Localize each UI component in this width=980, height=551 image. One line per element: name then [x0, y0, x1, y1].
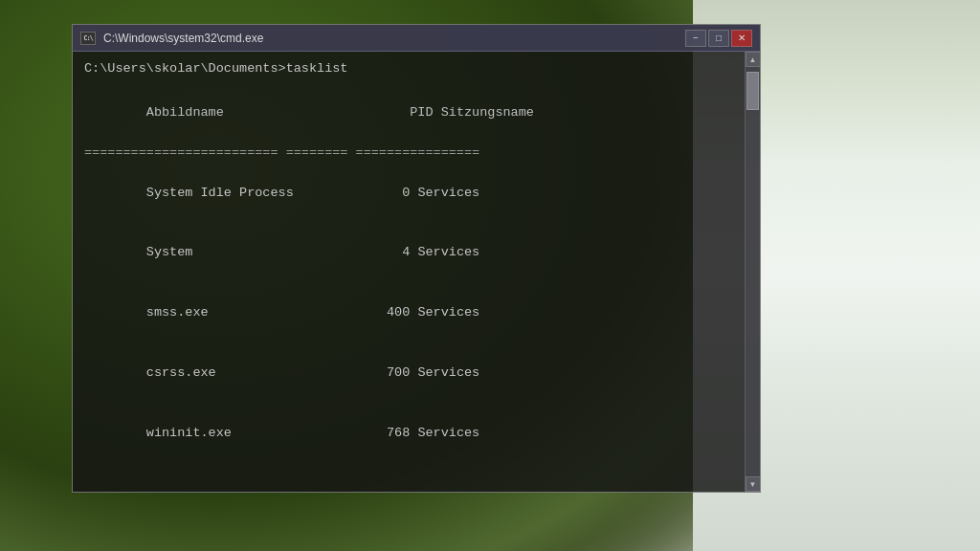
- cmd-body: C:\Users\skolar\Documents>tasklist Abbil…: [73, 52, 760, 492]
- table-row: csrss.exe 700 Services: [84, 343, 733, 404]
- cmd-scrollbar: ▲ ▼: [745, 52, 760, 492]
- scrollbar-thumb[interactable]: [746, 72, 759, 110]
- cmd-prompt-line: C:\Users\skolar\Documents>tasklist: [84, 59, 733, 79]
- table-row: wininit.exe 768 Services: [84, 404, 733, 464]
- header-spacer2: [434, 105, 441, 120]
- titlebar-buttons: − □ ✕: [685, 30, 752, 47]
- minimize-button[interactable]: −: [685, 30, 706, 47]
- row3-pid: 400: [340, 305, 417, 320]
- maximize-button[interactable]: □: [708, 30, 729, 47]
- cmd-title: C:\Windows\system32\cmd.exe: [103, 32, 685, 45]
- header-spacer: [224, 105, 410, 120]
- cmd-window: C:\ C:\Windows\system32\cmd.exe − □ ✕ C:…: [72, 24, 761, 493]
- scrollbar-down-button[interactable]: ▼: [746, 476, 761, 492]
- close-button[interactable]: ✕: [731, 30, 752, 47]
- row1-session: Services: [417, 186, 479, 200]
- cmd-titlebar: C:\ C:\Windows\system32\cmd.exe − □ ✕: [73, 25, 760, 52]
- cmd-separator: ========================= ======== =====…: [84, 143, 733, 164]
- row2-pid: 4: [340, 245, 417, 259]
- row3-name: smss.exe: [146, 305, 341, 320]
- row5-session: Services: [417, 426, 479, 440]
- table-row: smss.exe 400 Services: [84, 283, 733, 343]
- row1-name: System Idle Process: [146, 186, 341, 200]
- cmd-window-icon: C:\: [80, 32, 96, 45]
- row4-session: Services: [417, 365, 479, 380]
- row1-pid: 0: [340, 186, 417, 200]
- header-col1: Abbildname: [146, 105, 224, 120]
- row4-name: csrss.exe: [146, 365, 341, 380]
- row5-name: wininit.exe: [146, 426, 341, 440]
- header-col2: PID: [410, 105, 433, 120]
- row3-session: Services: [417, 305, 479, 320]
- cmd-content[interactable]: C:\Users\skolar\Documents>tasklist Abbil…: [73, 52, 745, 492]
- row4-pid: 700: [340, 365, 417, 380]
- row2-name: System: [146, 245, 341, 259]
- table-row: System Idle Process 0 Services: [84, 164, 733, 224]
- header-col3: Sitzungsname: [441, 105, 534, 120]
- scrollbar-track: [746, 67, 760, 476]
- scrollbar-up-button[interactable]: ▲: [746, 52, 761, 67]
- row5-pid: 768: [340, 426, 417, 440]
- table-row: System 4 Services: [84, 223, 733, 283]
- row2-session: Services: [417, 245, 479, 259]
- cmd-table-header: Abbildname PID Sitzungsname: [84, 83, 733, 143]
